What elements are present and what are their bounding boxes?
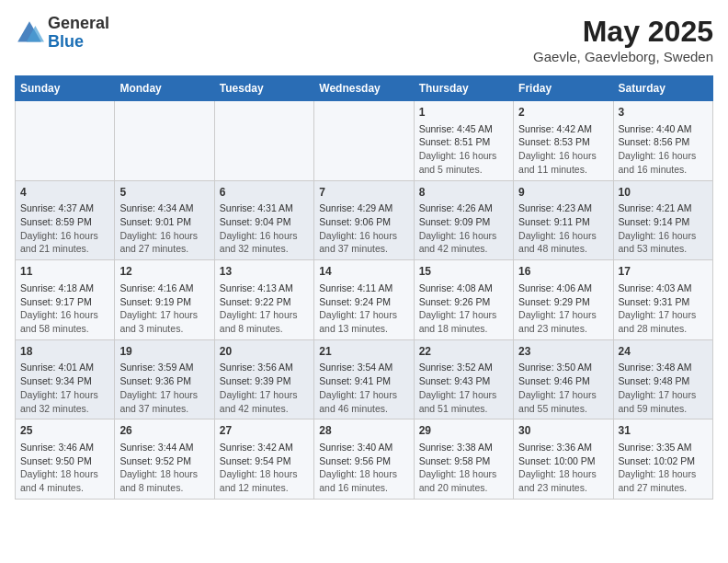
sunset-text: Sunset: 9:56 PM: [319, 455, 391, 466]
sunset-text: Sunset: 9:43 PM: [419, 375, 491, 386]
sunrise-text: Sunrise: 4:26 AM: [419, 202, 493, 213]
daylight-text: Daylight: 17 hours: [319, 389, 397, 400]
sunrise-text: Sunrise: 3:36 AM: [518, 442, 592, 453]
calendar-cell: 29Sunrise: 3:38 AMSunset: 9:58 PMDayligh…: [414, 419, 513, 500]
daylight-text: Daylight: 18 hours: [319, 468, 397, 479]
calendar-cell: 3Sunrise: 4:40 AMSunset: 8:56 PMDaylight…: [613, 101, 712, 181]
daylight-text: and 27 minutes.: [619, 482, 688, 493]
calendar-cell: 22Sunrise: 3:52 AMSunset: 9:43 PMDayligh…: [414, 339, 513, 419]
sunrise-text: Sunrise: 4:01 AM: [20, 362, 94, 373]
calendar-cell: 1Sunrise: 4:45 AMSunset: 8:51 PMDaylight…: [414, 101, 513, 181]
day-number: 16: [518, 264, 608, 280]
sunrise-text: Sunrise: 3:38 AM: [419, 442, 493, 453]
day-number: 22: [419, 344, 508, 360]
day-number: 25: [20, 423, 109, 439]
daylight-text: Daylight: 17 hours: [220, 309, 298, 320]
daylight-text: Daylight: 16 hours: [20, 309, 98, 320]
calendar-cell: 21Sunrise: 3:54 AMSunset: 9:41 PMDayligh…: [314, 339, 414, 419]
calendar-cell: 7Sunrise: 4:29 AMSunset: 9:06 PMDaylight…: [314, 180, 414, 260]
calendar-cell: 25Sunrise: 3:46 AMSunset: 9:50 PMDayligh…: [16, 419, 115, 500]
sunset-text: Sunset: 9:58 PM: [419, 455, 491, 466]
daylight-text: Daylight: 18 hours: [419, 468, 497, 479]
daylight-text: Daylight: 17 hours: [518, 389, 597, 400]
day-number: 30: [518, 423, 608, 439]
daylight-text: and 55 minutes.: [518, 403, 587, 414]
calendar-cell: 26Sunrise: 3:44 AMSunset: 9:52 PMDayligh…: [115, 419, 214, 500]
sunrise-text: Sunrise: 4:42 AM: [518, 123, 592, 134]
day-number: 15: [419, 264, 508, 280]
sunrise-text: Sunrise: 4:03 AM: [619, 282, 692, 293]
sunrise-text: Sunrise: 3:56 AM: [220, 362, 293, 373]
calendar-table: SundayMondayTuesdayWednesdayThursdayFrid…: [15, 75, 713, 500]
daylight-text: Daylight: 17 hours: [619, 309, 697, 320]
logo-icon: [15, 18, 44, 48]
daylight-text: Daylight: 16 hours: [419, 230, 497, 241]
daylight-text: Daylight: 16 hours: [119, 230, 198, 241]
sunset-text: Sunset: 8:56 PM: [619, 136, 690, 147]
day-number: 23: [518, 344, 608, 360]
daylight-text: and 37 minutes.: [319, 243, 388, 254]
daylight-text: and 37 minutes.: [119, 403, 188, 414]
daylight-text: Daylight: 17 hours: [419, 389, 497, 400]
calendar-cell: [214, 101, 313, 181]
daylight-text: Daylight: 16 hours: [518, 230, 597, 241]
logo-text: General Blue: [48, 15, 109, 52]
calendar-header-row: SundayMondayTuesdayWednesdayThursdayFrid…: [16, 76, 713, 101]
day-number: 21: [319, 344, 408, 360]
daylight-text: Daylight: 16 hours: [319, 230, 397, 241]
daylight-text: Daylight: 18 hours: [518, 468, 597, 479]
day-number: 4: [20, 185, 109, 201]
sunrise-text: Sunrise: 3:42 AM: [220, 442, 293, 453]
daylight-text: Daylight: 17 hours: [220, 389, 298, 400]
sunrise-text: Sunrise: 4:23 AM: [518, 202, 592, 213]
daylight-text: and 32 minutes.: [220, 243, 289, 254]
sunrise-text: Sunrise: 3:44 AM: [119, 442, 193, 453]
daylight-text: and 18 minutes.: [419, 323, 488, 334]
calendar-cell: 12Sunrise: 4:16 AMSunset: 9:19 PMDayligh…: [115, 260, 214, 340]
day-number: 18: [20, 344, 109, 360]
daylight-text: Daylight: 16 hours: [220, 230, 298, 241]
logo: General Blue: [15, 15, 109, 52]
daylight-text: and 32 minutes.: [20, 403, 89, 414]
daylight-text: and 8 minutes.: [119, 482, 183, 493]
sunrise-text: Sunrise: 4:16 AM: [119, 282, 193, 293]
sunset-text: Sunset: 9:06 PM: [319, 216, 391, 227]
daylight-text: Daylight: 18 hours: [119, 468, 198, 479]
calendar-cell: 17Sunrise: 4:03 AMSunset: 9:31 PMDayligh…: [613, 260, 712, 340]
week-row-3: 11Sunrise: 4:18 AMSunset: 9:17 PMDayligh…: [16, 260, 713, 340]
day-number: 7: [319, 185, 408, 201]
sunrise-text: Sunrise: 4:29 AM: [319, 202, 392, 213]
column-header-thursday: Thursday: [414, 76, 513, 101]
sunrise-text: Sunrise: 4:08 AM: [419, 282, 493, 293]
sunset-text: Sunset: 9:09 PM: [419, 216, 491, 227]
sunrise-text: Sunrise: 3:40 AM: [319, 442, 392, 453]
daylight-text: and 23 minutes.: [518, 323, 587, 334]
daylight-text: and 58 minutes.: [20, 323, 89, 334]
sunset-text: Sunset: 9:41 PM: [319, 375, 391, 386]
week-row-5: 25Sunrise: 3:46 AMSunset: 9:50 PMDayligh…: [16, 419, 713, 500]
sunset-text: Sunset: 9:17 PM: [20, 296, 92, 307]
day-number: 17: [619, 264, 708, 280]
sunrise-text: Sunrise: 3:46 AM: [20, 442, 94, 453]
day-number: 3: [619, 105, 708, 121]
calendar-cell: 19Sunrise: 3:59 AMSunset: 9:36 PMDayligh…: [115, 339, 214, 419]
sunset-text: Sunset: 9:01 PM: [119, 216, 191, 227]
calendar-cell: 14Sunrise: 4:11 AMSunset: 9:24 PMDayligh…: [314, 260, 414, 340]
day-number: 1: [419, 105, 508, 121]
sunrise-text: Sunrise: 4:11 AM: [319, 282, 392, 293]
sunrise-text: Sunrise: 3:35 AM: [619, 442, 692, 453]
daylight-text: and 5 minutes.: [419, 164, 483, 175]
calendar-cell: 2Sunrise: 4:42 AMSunset: 8:53 PMDaylight…: [514, 101, 613, 181]
sunset-text: Sunset: 9:19 PM: [119, 296, 191, 307]
calendar-cell: 13Sunrise: 4:13 AMSunset: 9:22 PMDayligh…: [214, 260, 313, 340]
calendar-cell: 6Sunrise: 4:31 AMSunset: 9:04 PMDaylight…: [214, 180, 313, 260]
day-number: 14: [319, 264, 408, 280]
daylight-text: and 3 minutes.: [119, 323, 183, 334]
daylight-text: and 46 minutes.: [319, 403, 388, 414]
daylight-text: Daylight: 16 hours: [518, 150, 597, 161]
calendar-cell: 28Sunrise: 3:40 AMSunset: 9:56 PMDayligh…: [314, 419, 414, 500]
daylight-text: Daylight: 16 hours: [619, 150, 697, 161]
daylight-text: and 42 minutes.: [419, 243, 488, 254]
day-number: 11: [20, 264, 109, 280]
sunset-text: Sunset: 9:46 PM: [518, 375, 590, 386]
